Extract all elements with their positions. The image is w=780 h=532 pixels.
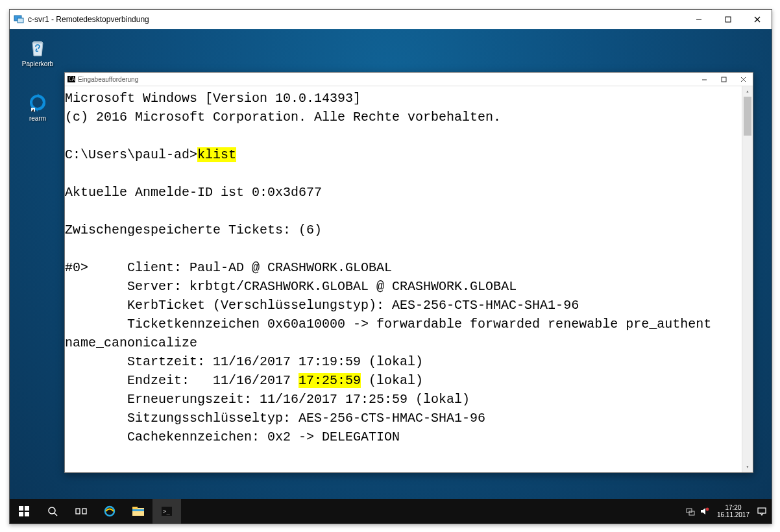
rdp-titlebar[interactable]: c-svr1 - Remotedesktopverbindung	[10, 10, 772, 29]
svg-rect-13	[722, 77, 726, 82]
scroll-up-icon[interactable]: ▴	[742, 86, 753, 97]
remote-desktop[interactable]: Papierkorb rearm CA Eingab	[10, 29, 772, 524]
svg-rect-27	[132, 509, 144, 511]
scrollbar[interactable]: ▴ ▾	[742, 86, 753, 472]
svg-text:CA: CA	[69, 77, 75, 82]
taskbar-cmd[interactable]: >_	[152, 499, 181, 524]
cmd-highlight-endtime: 17:25:59	[299, 373, 361, 388]
taskbar-time: 17:20	[717, 504, 750, 511]
scroll-track[interactable]	[742, 97, 753, 462]
start-button[interactable]	[10, 499, 38, 524]
svg-rect-22	[76, 509, 80, 514]
cmd-highlight-command: klist	[197, 147, 236, 162]
desktop-icon-rearm[interactable]: rearm	[16, 91, 59, 122]
search-button[interactable]	[38, 499, 67, 524]
svg-rect-3	[725, 17, 731, 22]
minimize-button[interactable]	[694, 73, 714, 86]
minimize-button[interactable]	[684, 10, 713, 29]
rdp-window-controls	[684, 10, 772, 29]
cmd-output[interactable]: Microsoft Windows [Version 10.0.14393] (…	[65, 86, 753, 472]
scroll-thumb[interactable]	[744, 97, 751, 136]
svg-rect-26	[132, 507, 138, 509]
svg-marker-6	[38, 93, 42, 97]
close-button[interactable]	[733, 73, 753, 86]
taskbar: >_ 17:20 16.11.2017	[10, 499, 772, 524]
maximize-button[interactable]	[714, 73, 733, 86]
svg-rect-1	[18, 18, 23, 23]
tray-action-center-icon[interactable]	[756, 507, 768, 516]
task-view-button[interactable]	[67, 499, 95, 524]
desktop-icon-label: Papierkorb	[16, 60, 59, 67]
cmd-title: Eingabeaufforderung	[78, 76, 138, 83]
svg-rect-19	[25, 512, 29, 516]
cmd-text: Microsoft Windows [Version 10.0.14393] (…	[65, 89, 753, 446]
maximize-button[interactable]	[713, 10, 742, 29]
taskbar-clock[interactable]: 17:20 16.11.2017	[713, 504, 753, 518]
taskbar-ie[interactable]	[95, 499, 124, 524]
desktop-icon-label: rearm	[16, 115, 59, 122]
cmd-icon: CA	[67, 76, 75, 82]
recycle-bin-icon	[27, 37, 49, 59]
system-tray: 17:20 16.11.2017	[685, 504, 772, 518]
refresh-icon	[27, 91, 49, 114]
svg-text:>_: >_	[163, 508, 170, 514]
svg-point-33	[706, 508, 709, 511]
cmd-window: CA Eingabeaufforderung Microsoft Windows…	[64, 72, 753, 473]
svg-line-21	[55, 513, 57, 516]
close-button[interactable]	[742, 10, 772, 29]
scroll-down-icon[interactable]: ▾	[742, 462, 753, 472]
svg-rect-34	[758, 508, 766, 513]
taskbar-file-explorer[interactable]	[124, 499, 152, 524]
taskbar-date: 16.11.2017	[717, 511, 750, 518]
svg-rect-16	[19, 506, 23, 511]
svg-rect-23	[82, 509, 86, 514]
tray-volume-icon[interactable]	[699, 507, 711, 516]
rdp-icon	[14, 14, 24, 25]
svg-rect-18	[19, 512, 23, 516]
tray-network-icon[interactable]	[685, 507, 696, 516]
cmd-titlebar[interactable]: CA Eingabeaufforderung	[65, 73, 753, 86]
svg-point-20	[49, 507, 55, 514]
rdp-window: c-svr1 - Remotedesktopverbindung	[9, 9, 772, 524]
svg-rect-17	[25, 506, 29, 511]
svg-marker-32	[701, 508, 705, 514]
rdp-title: c-svr1 - Remotedesktopverbindung	[28, 15, 149, 24]
cmd-window-controls	[694, 73, 753, 86]
desktop-icon-recycle-bin[interactable]: Papierkorb	[16, 37, 59, 67]
